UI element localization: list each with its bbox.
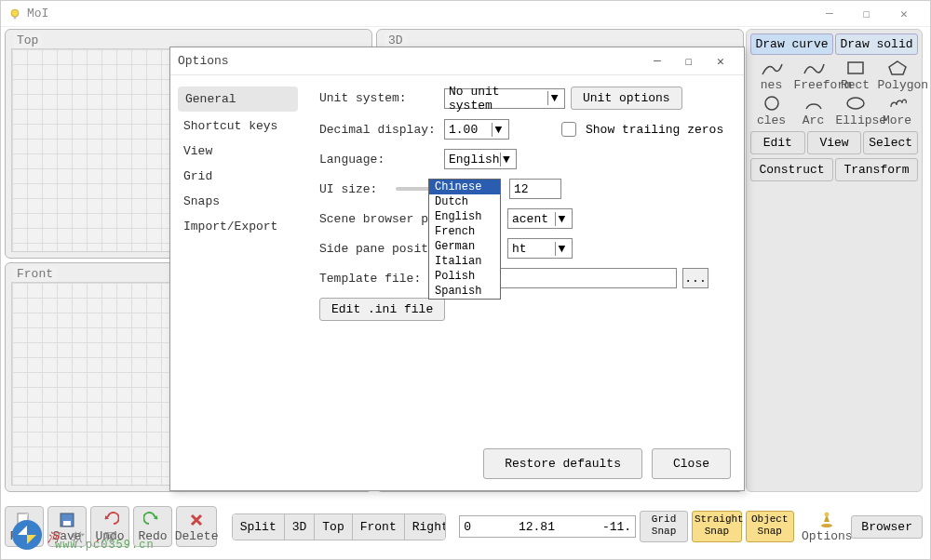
svg-rect-2 (848, 62, 863, 73)
main-titlebar: MoI — ☐ ✕ (1, 1, 930, 27)
tab-draw-curve[interactable]: Draw curve (750, 33, 833, 55)
ui-size-input[interactable] (509, 179, 561, 199)
watermark: 河 软 .网 www.pc0359.cn (10, 518, 114, 552)
dropdown-icon: ▼ (555, 212, 568, 226)
restore-defaults-button[interactable]: Restore defaults (483, 448, 642, 479)
tool-freeform[interactable]: Freeform (794, 59, 833, 92)
trailing-zeros-checkbox[interactable] (561, 122, 576, 137)
unit-system-label: Unit system: (319, 91, 439, 105)
nav-snaps[interactable]: Snaps (170, 189, 305, 214)
svg-point-5 (847, 98, 864, 109)
btn-construct[interactable]: Construct (750, 158, 833, 181)
minimize-button[interactable]: — (811, 2, 848, 26)
delete-button[interactable]: Delete (176, 506, 217, 547)
lang-option-english[interactable]: English (429, 209, 500, 224)
svg-rect-1 (14, 16, 17, 19)
template-browse-button[interactable]: ... (682, 268, 708, 288)
nav-import-export[interactable]: Import/Export (170, 214, 305, 239)
tool-polygon[interactable]: Polygon (878, 59, 917, 92)
view-split[interactable]: Split (233, 514, 285, 540)
btn-select[interactable]: Select (863, 131, 918, 154)
svg-point-9 (821, 524, 832, 527)
dropdown-icon: ▼ (555, 242, 568, 256)
nav-shortcuts[interactable]: Shortcut keys (170, 113, 305, 139)
svg-point-4 (765, 97, 778, 110)
svg-marker-3 (889, 61, 906, 74)
edit-ini-button[interactable]: Edit .ini file (319, 298, 445, 321)
dialog-footer: Restore defaults Close (483, 448, 731, 479)
close-button[interactable]: Close (652, 448, 731, 479)
view-right[interactable]: Right (405, 514, 447, 540)
view-front[interactable]: Front (353, 514, 405, 540)
options-button[interactable]: Options (806, 506, 847, 547)
tool-rect[interactable]: Rect (836, 59, 875, 92)
dialog-nav: General Shortcut keys View Grid Snaps Im… (170, 75, 306, 446)
view-switcher: Split 3D Top Front Right (232, 513, 447, 540)
window-title: MoI (27, 7, 811, 20)
lang-option-spanish[interactable]: Spanish (429, 284, 500, 299)
window-controls: — ☐ ✕ (811, 2, 923, 26)
straight-snap[interactable]: Straight Snap (692, 511, 742, 542)
lang-option-dutch[interactable]: Dutch (429, 194, 500, 209)
language-select[interactable]: English▼ (444, 149, 517, 169)
unit-options-button[interactable]: Unit options (571, 87, 682, 110)
template-label: Template file: (319, 272, 439, 286)
svg-point-10 (825, 512, 830, 516)
dialog-close[interactable]: ✕ (705, 49, 736, 73)
btn-edit[interactable]: Edit (750, 131, 805, 154)
maximize-button[interactable]: ☐ (848, 2, 885, 26)
nav-view[interactable]: View (170, 139, 305, 164)
lang-option-chinese[interactable]: Chinese (429, 180, 500, 194)
lang-option-french[interactable]: French (429, 224, 500, 239)
browser-button[interactable]: Browser (851, 515, 923, 539)
scene-browser-select[interactable]: acent▼ (507, 208, 573, 229)
dialog-content: Unit system: No unit system▼ Unit option… (306, 75, 744, 446)
btn-transform[interactable]: Transform (835, 158, 918, 181)
viewport-label: Top (13, 33, 42, 48)
dialog-maximize[interactable]: ☐ (673, 49, 705, 73)
tab-draw-solid[interactable]: Draw solid (835, 33, 918, 55)
coordinate-display[interactable]: 0 12.81 -11. (459, 515, 636, 538)
dialog-minimize[interactable]: — (641, 49, 673, 73)
unit-system-select[interactable]: No unit system▼ (444, 88, 565, 109)
close-button[interactable]: ✕ (885, 2, 923, 26)
view-3d[interactable]: 3D (285, 514, 316, 540)
dialog-titlebar: Options — ☐ ✕ (170, 47, 744, 75)
dropdown-icon: ▼ (492, 123, 505, 137)
app-icon (8, 7, 21, 20)
tool-arc[interactable]: Arc (794, 94, 833, 127)
ui-size-label: UI size: (319, 182, 385, 196)
tool-circles[interactable]: cles (752, 94, 791, 127)
dialog-title: Options (178, 54, 641, 68)
svg-point-0 (11, 9, 19, 17)
view-top[interactable]: Top (315, 514, 352, 540)
tool-ellipse[interactable]: Ellipse (836, 94, 875, 127)
side-panel: Draw curve Draw solid nes Freeform Rect … (746, 29, 923, 492)
lang-option-polish[interactable]: Polish (429, 269, 500, 284)
lang-option-german[interactable]: German (429, 239, 500, 254)
language-dropdown: Chinese Dutch English French German Ital… (428, 179, 501, 300)
viewport-label: Front (13, 266, 57, 282)
lang-option-italian[interactable]: Italian (429, 254, 500, 269)
nav-general[interactable]: General (178, 87, 298, 112)
object-snap[interactable]: Object Snap (746, 511, 794, 542)
decimal-select[interactable]: 1.00▼ (444, 119, 509, 140)
tool-lines[interactable]: nes (752, 59, 791, 92)
tool-more[interactable]: More (878, 94, 917, 127)
dropdown-icon: ▼ (500, 153, 512, 167)
trailing-zeros-label: Show trailing zeros (586, 123, 723, 137)
nav-grid[interactable]: Grid (170, 164, 305, 189)
language-label: Language: (319, 153, 439, 167)
dropdown-icon: ▼ (547, 91, 560, 105)
side-pane-select[interactable]: ht▼ (507, 238, 573, 259)
decimal-label: Decimal display: (319, 123, 439, 137)
grid-snap[interactable]: Grid Snap (640, 511, 688, 542)
btn-view[interactable]: View (807, 131, 862, 154)
